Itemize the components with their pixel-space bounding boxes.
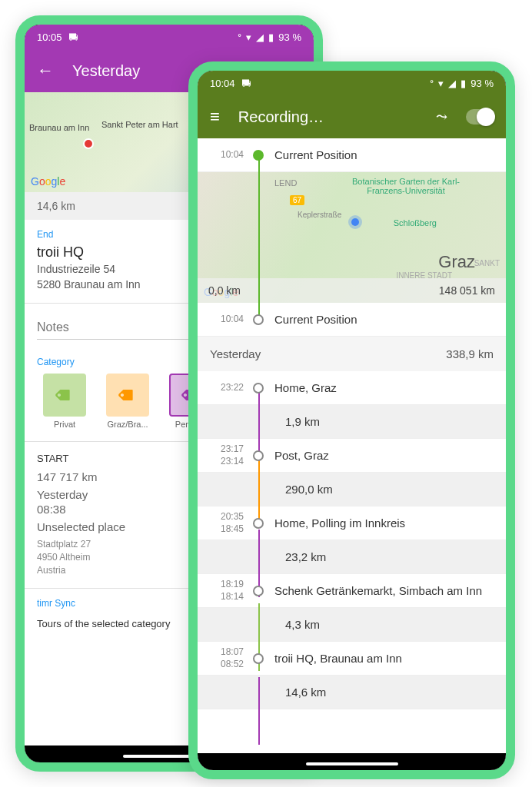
yesterday-timeline: 23:22Home, Graz1,9 km23:1723:14Post, Gra…: [198, 371, 506, 709]
category-label: Privat: [37, 420, 92, 429]
timeline-dot-icon: [253, 383, 264, 394]
timeline-dot-icon: [253, 586, 264, 596]
entry-label: Post, Graz: [264, 441, 506, 470]
category-item[interactable]: Privat: [37, 374, 92, 429]
tag-icon: [106, 374, 149, 417]
map-label: Sankt Peter am Hart: [101, 120, 178, 129]
signal-icon: ◢: [256, 32, 264, 43]
phone-recording-screen: 10:04 ⛟ ᐤ ▾ ◢ ▮ 93 % ≡ Recording… ⤳ 10:0…: [188, 61, 515, 779]
map-label: Keplerstraße: [298, 211, 341, 219]
battery-icon: ▮: [461, 78, 466, 89]
timeline-dot-icon: [253, 518, 264, 529]
timeline-stop[interactable]: 23:22Home, Graz: [198, 371, 506, 405]
statusbar-time: 10:05: [37, 32, 62, 43]
map-city: Graz: [438, 252, 475, 272]
wifi-icon: ▾: [246, 32, 251, 43]
trip-distance: 14,6 km: [37, 200, 75, 212]
statusbar-battery: 93 %: [470, 78, 494, 89]
timeline-dot-icon: [253, 314, 264, 325]
entry-time: 10:04: [198, 149, 253, 161]
section-title: Yesterday: [210, 347, 261, 360]
entry-label: Current Position: [264, 305, 506, 334]
timeline-dot-icon: [253, 450, 264, 461]
car-icon: ⛟: [68, 32, 78, 43]
timeline-current[interactable]: 10:04 Current Position: [198, 303, 506, 337]
timeline-current[interactable]: 10:04 Current Position: [198, 138, 506, 172]
category-label: Graz/Bra...: [100, 420, 155, 429]
battery-icon: ▮: [268, 32, 274, 43]
entry-time: 18:0708:52: [198, 646, 253, 670]
recording-toggle[interactable]: [466, 109, 494, 125]
section-yesterday: Yesterday 338,9 km: [198, 337, 506, 371]
map-label: Botanischer Garten der Karl-Franzens-Uni…: [352, 177, 460, 195]
entry-time: 20:3518:45: [198, 511, 253, 535]
back-icon[interactable]: ←: [37, 61, 54, 81]
merge-icon[interactable]: ⤳: [436, 108, 447, 125]
timeline-distance[interactable]: 290,0 km: [198, 473, 506, 506]
tag-icon: [43, 374, 86, 417]
entry-time: 23:1723:14: [198, 443, 253, 467]
appbar-title: Recording…: [238, 108, 324, 126]
google-logo: Google: [31, 175, 65, 188]
wifi-icon: ▾: [438, 78, 444, 89]
timeline-dot-icon: [253, 150, 264, 161]
statusbar-time: 10:04: [210, 78, 235, 89]
distance-value: 23,2 km: [264, 543, 506, 571]
appbar: ≡ Recording… ⤳: [198, 95, 506, 138]
timeline-distance[interactable]: 1,9 km: [198, 405, 506, 439]
map-pin-icon: [83, 138, 94, 149]
section-total: 338,9 km: [446, 347, 494, 360]
entry-label: Current Position: [264, 141, 506, 169]
map-preview[interactable]: LEND Botanischer Garten der Karl-Franzen…: [198, 172, 506, 303]
car-icon: ⛟: [241, 78, 251, 89]
entry-label: troii HQ, Braunau am Inn: [264, 644, 506, 672]
timeline-distance[interactable]: 23,2 km: [198, 540, 506, 574]
road-shield: 67: [290, 195, 304, 205]
timeline-distance[interactable]: 4,3 km: [198, 608, 506, 642]
location-icon: ᐤ: [238, 32, 241, 43]
current-location-dot: [351, 218, 359, 226]
map-label: SANKT: [474, 259, 500, 267]
odometer: 148 051 km: [439, 284, 495, 297]
map-label: Schloßberg: [394, 218, 437, 227]
statusbar: 10:05 ⛟ ᐤ ▾ ◢ ▮ 93 %: [25, 25, 314, 49]
home-indicator[interactable]: [306, 762, 398, 765]
timeline-dot-icon: [253, 653, 264, 664]
signal-icon: ◢: [448, 78, 456, 89]
distance-value: 1,9 km: [264, 407, 506, 436]
timeline-stop[interactable]: 18:1918:14Schenk Getränkemarkt, Simbach …: [198, 574, 506, 608]
entry-time: 10:04: [198, 314, 253, 326]
map-label: LEND: [274, 178, 297, 188]
distance-value: 4,3 km: [264, 610, 506, 639]
location-icon: ᐤ: [430, 78, 434, 89]
entry-time: 23:22: [198, 382, 253, 394]
entry-label: Home, Graz: [264, 374, 506, 402]
segment-distance: 0,0 km: [208, 284, 241, 297]
category-item[interactable]: Graz/Bra...: [100, 374, 155, 429]
statusbar-battery: 93 %: [278, 32, 301, 43]
menu-icon[interactable]: ≡: [210, 107, 220, 127]
timeline-distance[interactable]: 14,6 km: [198, 676, 506, 709]
statusbar: 10:04 ⛟ ᐤ ▾ ◢ ▮ 93 %: [198, 71, 506, 95]
distance-value: 290,0 km: [264, 475, 506, 503]
map-label: Braunau am Inn: [29, 123, 89, 132]
appbar-title: Yesterday: [72, 62, 140, 80]
timeline-stop[interactable]: 18:0708:52troii HQ, Braunau am Inn: [198, 642, 506, 676]
entry-label: Schenk Getränkemarkt, Simbach am Inn: [264, 576, 506, 605]
timeline-stop[interactable]: 20:3518:45Home, Polling im Innkreis: [198, 506, 506, 540]
entry-label: Home, Polling im Innkreis: [264, 509, 506, 537]
distance-value: 14,6 km: [264, 678, 506, 706]
timeline-stop[interactable]: 23:1723:14Post, Graz: [198, 439, 506, 473]
entry-time: 18:1918:14: [198, 579, 253, 603]
today-timeline: 10:04 Current Position LEND Botanischer …: [198, 138, 506, 337]
